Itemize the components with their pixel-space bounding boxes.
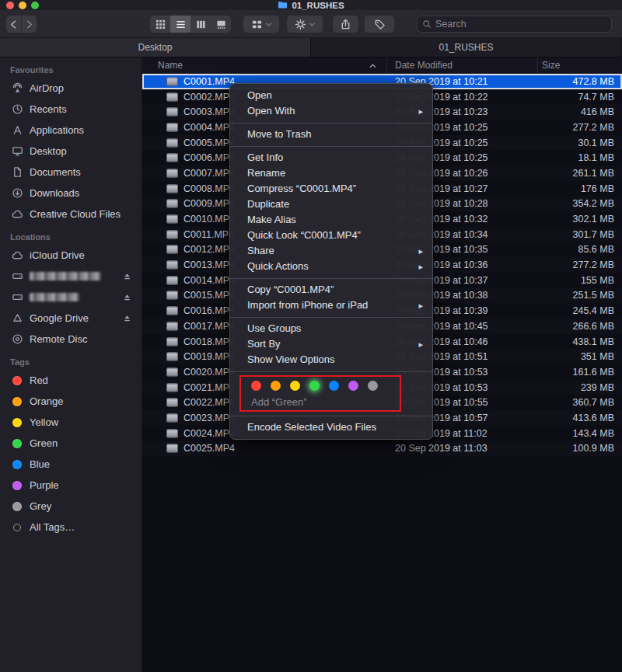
group-button[interactable] — [243, 16, 279, 33]
menu-tag-dot[interactable] — [329, 381, 339, 391]
tag-button[interactable] — [365, 16, 394, 33]
menu-tag-dot[interactable] — [290, 381, 300, 391]
redacted-label — [30, 293, 79, 301]
menu-item-import-from-iphone-or-ipad[interactable]: Import from iPhone or iPad▸ — [230, 298, 432, 313]
sidebar-item-creative-cloud-files[interactable]: Creative Cloud Files — [0, 204, 142, 225]
file-date-modified: 20 Sep 2019 at 11:03 — [395, 443, 487, 454]
sidebar-item-recents[interactable]: Recents — [0, 99, 142, 120]
menu-tag-dot[interactable] — [348, 381, 358, 391]
submenu-arrow-icon: ▸ — [418, 259, 423, 274]
chevron-right-icon — [23, 19, 35, 30]
menu-item-open[interactable]: Open — [230, 88, 432, 103]
document-icon — [10, 166, 24, 178]
menu-item-show-view-options[interactable]: Show View Options — [230, 352, 432, 367]
menu-item-get-info[interactable]: Get Info — [230, 150, 432, 165]
eject-icon[interactable] — [122, 271, 132, 281]
eject-icon[interactable] — [122, 292, 132, 302]
sidebar-item-documents[interactable]: Documents — [0, 162, 142, 183]
menu-tag-dots — [241, 378, 400, 394]
menu-item-label: Use Groups — [247, 321, 301, 336]
sidebar-item-redacted[interactable] — [0, 287, 142, 308]
sidebar-item-orange[interactable]: Orange — [0, 391, 142, 412]
sidebar-item-google-drive[interactable]: Google Drive — [0, 308, 142, 329]
share-button[interactable] — [333, 16, 358, 33]
menu-item-rename[interactable]: Rename — [230, 165, 432, 181]
drive-icon — [10, 270, 24, 282]
menu-item-sort-by[interactable]: Sort By▸ — [230, 336, 432, 352]
menu-item-share[interactable]: Share▸ — [230, 243, 432, 259]
tag-dot-icon — [10, 481, 24, 490]
video-file-icon — [166, 307, 178, 315]
eject-icon[interactable] — [122, 313, 132, 323]
submenu-arrow-icon: ▸ — [418, 243, 423, 259]
gallery-view-button[interactable] — [211, 16, 231, 33]
column-view-button[interactable] — [190, 16, 211, 33]
video-file-icon — [166, 429, 178, 437]
tab-01-rushes[interactable]: 01_RUSHES — [311, 38, 622, 57]
menu-item-move-to-trash[interactable]: Move to Trash — [230, 127, 432, 142]
menu-item-compress-c0001-mp4[interactable]: Compress “C0001.MP4” — [230, 181, 432, 197]
menu-item-encode-selected-video-files[interactable]: Encode Selected Video Files — [230, 420, 432, 435]
menu-item-label: Share — [247, 243, 274, 259]
file-size: 261.1 MB — [531, 168, 614, 179]
column-header-size[interactable]: Size — [542, 60, 560, 71]
sidebar-item-icloud-drive[interactable]: iCloud Drive — [0, 245, 142, 266]
chevron-down-icon — [265, 21, 272, 28]
file-row-c0025-mp4[interactable]: C0025.MP420 Sep 2019 at 11:03100.9 MB — [142, 441, 622, 457]
gear-icon — [295, 19, 306, 30]
menu-item-duplicate[interactable]: Duplicate — [230, 197, 432, 212]
tag-dot-icon — [10, 397, 24, 406]
menu-item-quick-look-c0001-mp4[interactable]: Quick Look “C0001.MP4” — [230, 228, 432, 243]
sidebar-item-applications[interactable]: Applications — [0, 120, 142, 141]
menu-tag-dot[interactable] — [271, 381, 281, 391]
sidebar-item-green[interactable]: Green — [0, 433, 142, 454]
file-name: C0014.MP4 — [183, 275, 235, 286]
menu-tag-dot[interactable] — [368, 381, 378, 391]
menu-tag-dot[interactable] — [251, 381, 261, 391]
action-button[interactable] — [287, 16, 323, 33]
sidebar-item-purple[interactable]: Purple — [0, 475, 142, 496]
sidebar-item-yellow[interactable]: Yellow — [0, 412, 142, 433]
sidebar-item-blue[interactable]: Blue — [0, 454, 142, 475]
sidebar-item-all-tags[interactable]: All Tags… — [0, 517, 142, 538]
sidebar-item-grey[interactable]: Grey — [0, 496, 142, 517]
column-header-date-modified[interactable]: Date Modified — [395, 60, 453, 71]
sidebar-item-redacted[interactable] — [0, 266, 142, 287]
sidebar-item-label: Orange — [30, 395, 63, 407]
video-file-icon — [166, 337, 178, 346]
sidebar-item-label: All Tags… — [30, 521, 75, 533]
menu-item-open-with[interactable]: Open With▸ — [230, 103, 432, 119]
file-name: C0001.MP4 — [183, 76, 235, 87]
sidebar-item-desktop[interactable]: Desktop — [0, 141, 142, 162]
menu-item-use-groups[interactable]: Use Groups — [230, 321, 432, 336]
tag-dot-icon — [10, 524, 24, 531]
video-file-icon — [166, 123, 178, 131]
sidebar-item-label: Green — [30, 437, 58, 449]
menu-separator — [230, 416, 432, 416]
column-header-name[interactable]: Name — [158, 60, 183, 71]
tab-desktop[interactable]: Desktop — [0, 38, 311, 57]
sidebar-item-label: Downloads — [30, 187, 79, 199]
sidebar-item-remote-disc[interactable]: Remote Disc — [0, 329, 142, 350]
menu-item-add-green[interactable]: Add “Green” — [241, 394, 400, 410]
file-name: C0023.MP4 — [183, 413, 235, 423]
forward-button[interactable] — [22, 16, 37, 33]
file-name: C0013.MP4 — [183, 259, 235, 270]
menu-separator — [230, 317, 432, 318]
folder-icon — [278, 1, 288, 9]
sidebar-item-downloads[interactable]: Downloads — [0, 183, 142, 204]
back-button[interactable] — [6, 16, 21, 33]
list-view-button[interactable] — [170, 16, 190, 33]
sidebar-item-airdrop[interactable]: AirDrop — [0, 78, 142, 99]
menu-item-copy-c0001-mp4[interactable]: Copy “C0001.MP4” — [230, 282, 432, 298]
menu-item-make-alias[interactable]: Make Alias — [230, 212, 432, 228]
tag-dot-icon — [10, 418, 24, 427]
search-field[interactable]: Search — [417, 16, 612, 33]
icon-view-button[interactable] — [150, 16, 170, 33]
sidebar-item-red[interactable]: Red — [0, 370, 142, 391]
video-file-icon — [166, 215, 178, 224]
sidebar-section-title-tags: Tags — [0, 350, 142, 370]
menu-tag-dot[interactable] — [309, 381, 320, 391]
menu-item-quick-actions[interactable]: Quick Actions▸ — [230, 259, 432, 274]
file-size: 416 MB — [531, 106, 614, 117]
